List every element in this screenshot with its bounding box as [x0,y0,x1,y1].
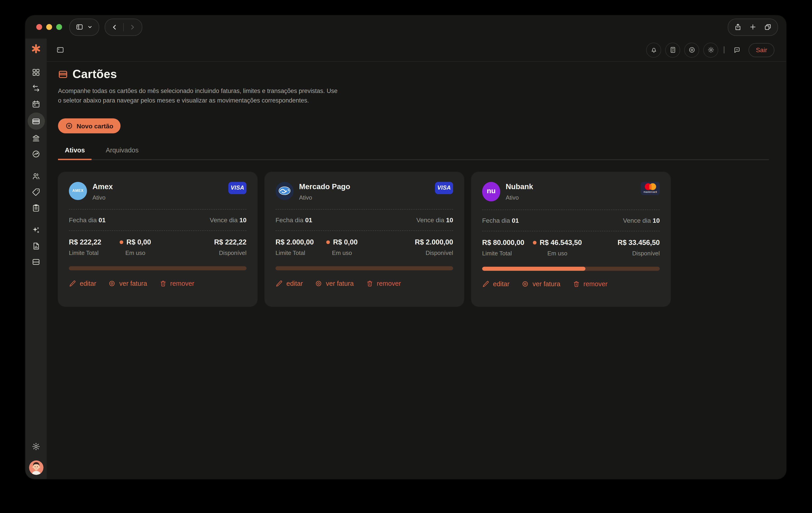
circle-dot-icon [522,280,529,287]
feedback-chat-icon[interactable] [730,43,744,57]
panel-toggle-icon[interactable] [56,46,64,54]
card-header: Mercado Pago Ativo VISA [276,182,453,201]
forward-button[interactable] [129,23,136,31]
card-header: nu Nubank Ativo mastercard [482,182,660,201]
usage-progress-bar [69,266,246,270]
page-title-row: Cartões [58,67,769,81]
page-title: Cartões [72,67,117,81]
circle-dot-icon [109,280,116,287]
sidebar-item-performance[interactable] [27,146,45,162]
mercado-pago-logo [276,182,294,200]
view-invoice-link[interactable]: ver fatura [315,280,354,287]
credit-card-mercado-pago: Mercado Pago Ativo VISA Fecha dia01 Venc… [265,172,464,306]
stat-in-use: R$ 46.543,50 Em uso [533,238,582,256]
logout-button[interactable]: Sair [749,43,774,57]
card-status: Ativo [506,194,533,201]
sidebar-item-ai-assistant[interactable] [27,222,45,238]
app-logo-asterisk-icon [31,44,41,54]
stat-limit: R$ 80.000,00 Limite Total [482,238,529,256]
share-button[interactable] [734,23,742,31]
sidebar-toggle-control[interactable] [69,18,99,35]
in-use-dot [326,240,330,244]
card-stats: R$ 2.000,00 Limite Total R$ 0,00 Em uso … [276,238,453,256]
sidebar-item-banks[interactable] [27,130,45,146]
remove-card-link[interactable]: remover [366,280,401,287]
visa-badge: VISA [228,182,246,194]
stat-in-use: R$ 0,00 Em uso [120,238,151,256]
profile-avatar[interactable] [29,460,43,475]
desktop: Sair Cartões Acompanhe todas os cartões … [0,0,812,513]
tabs: Ativos Arquivados [58,146,769,160]
privacy-eye-icon[interactable] [684,43,699,57]
new-card-button[interactable]: Novo cartão [58,118,120,133]
nubank-logo: nu [482,182,500,201]
stat-limit: R$ 222,22 Limite Total [69,238,116,256]
sidebar-item-reports[interactable] [27,238,45,254]
edit-card-link[interactable]: editar [276,280,303,287]
sidebar-item-users[interactable] [27,168,45,184]
sidebar-toggle-icon [76,23,83,31]
card-dates-row: Fecha dia01 Vence dia10 [69,209,246,230]
close-window-button[interactable] [36,24,42,30]
header-divider [724,46,725,54]
traffic-lights [36,24,62,30]
tab-arquivados[interactable]: Arquivados [99,146,145,159]
sidebar-item-calendar[interactable] [27,96,45,112]
sidebar-item-accounts[interactable] [27,254,45,270]
nav-divider [123,23,124,31]
sidebar-item-cards[interactable] [27,112,45,130]
card-name: Amex [92,182,113,191]
stat-available: R$ 33.456,50 Disponível [618,238,660,256]
new-tab-button[interactable] [749,23,757,31]
sidebar-item-transactions[interactable] [27,80,45,96]
back-button[interactable] [111,23,118,31]
sidebar-item-planner[interactable] [27,200,45,216]
trash-icon [159,280,167,287]
zoom-window-button[interactable] [56,24,62,30]
plus-circle-icon [65,122,73,130]
circle-dot-icon [315,280,322,287]
calculator-icon[interactable] [665,43,680,57]
dashed-divider [69,230,246,231]
mastercard-badge: mastercard [641,182,660,195]
app-header: Sair [47,38,786,62]
card-actions: editar ver fatura remover [482,280,660,287]
card-name: Nubank [506,182,533,191]
remove-card-link[interactable]: remover [159,280,194,287]
credit-card-amex: AMEX Amex Ativo VISA Fecha dia01 Vence d… [58,172,257,306]
sidebar-bottom [27,439,45,475]
edit-card-link[interactable]: editar [482,280,510,287]
credit-card-nubank: nu Nubank Ativo mastercard Fecha dia01 [471,172,671,306]
minimize-window-button[interactable] [46,24,52,30]
remove-card-link[interactable]: remover [573,280,607,287]
card-list: AMEX Amex Ativo VISA Fecha dia01 Vence d… [58,172,769,306]
card-name: Mercado Pago [299,182,350,191]
card-header: AMEX Amex Ativo VISA [69,182,246,201]
trash-icon [573,280,580,287]
visa-badge: VISA [435,182,453,194]
sidebar-item-tags[interactable] [27,184,45,200]
cards-icon [58,69,68,79]
page-description: Acompanhe todas os cartões do mês seleci… [58,86,340,105]
view-invoice-link[interactable]: ver fatura [522,280,560,287]
card-status: Ativo [299,194,350,201]
settings-gear-icon[interactable] [27,439,45,455]
notifications-bell-icon[interactable] [646,43,661,57]
window-controls [728,18,778,35]
tab-ativos[interactable]: Ativos [58,146,92,160]
edit-card-link[interactable]: editar [69,280,96,287]
copy-tabs-button[interactable] [764,23,772,31]
card-actions: editar ver fatura remover [276,280,453,287]
sidebar-item-dashboard[interactable] [27,64,45,80]
card-actions: editar ver fatura remover [69,280,246,287]
theme-sun-icon[interactable] [703,43,718,57]
history-nav [105,18,142,35]
trash-icon [366,280,373,287]
pencil-icon [482,280,489,287]
mastercard-circles [644,183,656,190]
sidebar [25,38,47,479]
card-stats: R$ 80.000,00 Limite Total R$ 46.543,50 E… [482,238,660,256]
stat-available: R$ 2.000,00 Disponível [415,238,453,256]
stat-limit: R$ 2.000,00 Limite Total [276,238,323,256]
view-invoice-link[interactable]: ver fatura [109,280,147,287]
